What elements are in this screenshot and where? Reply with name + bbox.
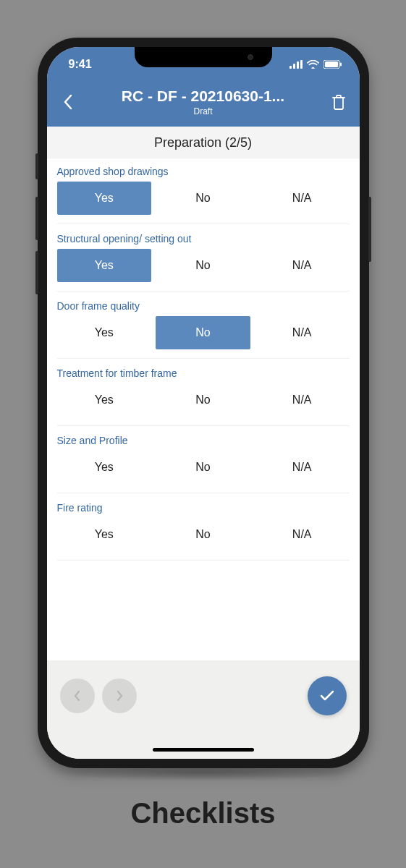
phone-notch	[135, 47, 272, 67]
checklist-item-label: Size and Profile	[57, 435, 350, 446]
option-na[interactable]: N/A	[255, 249, 350, 282]
checklist-item-label: Fire rating	[57, 502, 350, 514]
wifi-icon	[307, 60, 319, 69]
page-subtitle: Draft	[79, 106, 328, 116]
svg-rect-1	[325, 61, 338, 67]
chevron-left-icon	[63, 94, 73, 110]
app-header: RC - DF - 20210630-1... Draft	[47, 82, 360, 127]
option-no[interactable]: No	[156, 451, 250, 484]
option-no[interactable]: No	[156, 518, 250, 551]
caption: Checklists	[130, 797, 275, 830]
prev-button[interactable]	[60, 678, 95, 713]
back-button[interactable]	[57, 88, 79, 116]
battery-icon	[323, 60, 342, 69]
trash-icon	[331, 94, 346, 110]
home-indicator	[153, 748, 254, 752]
checklist-item: Fire ratingYesNoN/A	[47, 495, 360, 562]
option-no[interactable]: No	[156, 249, 250, 282]
option-yes[interactable]: Yes	[57, 316, 152, 349]
footer-bar	[47, 660, 360, 759]
checklist-item-label: Approved shop drawings	[57, 166, 350, 177]
next-button[interactable]	[102, 678, 137, 713]
option-yes[interactable]: Yes	[57, 182, 152, 215]
checklist-item: Structural opening/ setting outYesNoN/A	[47, 226, 360, 293]
page-title: RC - DF - 20210630-1...	[79, 88, 328, 105]
svg-rect-2	[340, 63, 342, 67]
delete-button[interactable]	[328, 88, 350, 116]
option-yes[interactable]: Yes	[57, 451, 152, 484]
checklist-item: Door frame qualityYesNoN/A	[47, 293, 360, 360]
checklist-item-label: Door frame quality	[57, 300, 350, 312]
option-na[interactable]: N/A	[255, 182, 350, 215]
check-icon	[319, 689, 335, 702]
option-no[interactable]: No	[156, 182, 250, 215]
option-no[interactable]: No	[156, 383, 250, 417]
option-na[interactable]: N/A	[255, 518, 350, 551]
option-na[interactable]: N/A	[255, 316, 350, 349]
section-title: Preparation (2/5)	[47, 127, 360, 158]
status-time: 9:41	[69, 58, 92, 71]
chevron-left-icon	[73, 690, 82, 702]
checklist-item: Size and ProfileYesNoN/A	[47, 427, 360, 495]
option-no[interactable]: No	[156, 316, 250, 349]
option-yes[interactable]: Yes	[57, 518, 152, 551]
option-na[interactable]: N/A	[255, 383, 350, 417]
checklist-item-label: Treatment for timber frame	[57, 367, 350, 379]
checklist-item: Treatment for timber frameYesNoN/A	[47, 360, 360, 427]
option-na[interactable]: N/A	[255, 451, 350, 484]
checklist: Approved shop drawingsYesNoN/AStructural…	[47, 158, 360, 660]
option-yes[interactable]: Yes	[57, 249, 152, 282]
chevron-right-icon	[115, 690, 124, 702]
signal-icon	[289, 60, 303, 69]
confirm-button[interactable]	[308, 676, 347, 715]
checklist-item: Approved shop drawingsYesNoN/A	[47, 158, 360, 226]
option-yes[interactable]: Yes	[57, 383, 152, 417]
checklist-item-label: Structural opening/ setting out	[57, 233, 350, 244]
